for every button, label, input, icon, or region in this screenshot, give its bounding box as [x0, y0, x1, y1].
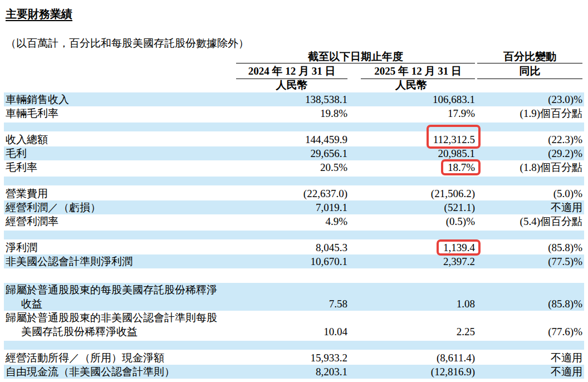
- header-spacer: [6, 50, 236, 63]
- table-body: 車輛銷售收入138,538.1106,683.1(23.0)%車輛毛利率19.8…: [0, 92, 588, 379]
- cell-value-yoy: (85.8)%: [477, 241, 582, 254]
- cell-text: (0.5)%: [446, 216, 475, 227]
- table-row: 經營利潤率4.9%(0.5)%(5.4)個百分點: [4, 214, 584, 228]
- cell-value-yoy: 不適用: [477, 200, 582, 214]
- cell-value-2025: 2.25: [347, 325, 475, 339]
- cell-value-2025: (8,611.4): [347, 351, 475, 365]
- table-row: 收入總額144,459.9112,312.5(22.3)%: [4, 133, 584, 146]
- header-col-yoy: 同比: [477, 63, 582, 79]
- cell-text: 20.5%: [320, 161, 347, 173]
- spacer-row: [4, 174, 584, 187]
- header-col-2024: 2024 年 12 月 31 日: [236, 63, 347, 79]
- cell-value-yoy: (5.0)%: [477, 187, 582, 200]
- cell-text: 19.8%: [320, 107, 347, 119]
- header-change-group: 百分比變動: [477, 50, 582, 63]
- header-group-row: 截至以下日期止年度 百分比變動: [4, 50, 584, 63]
- cell-text: 8,045.3: [316, 242, 347, 253]
- cell-value-yoy: (23.0)%: [477, 92, 582, 106]
- cell-value-2024: 15,933.2: [236, 351, 347, 365]
- cell-text: 7,019.1: [316, 202, 347, 213]
- spacer-row: [4, 120, 584, 133]
- cell-text: 17.9%: [448, 107, 475, 119]
- spacer-row: [4, 268, 584, 283]
- row-label: 車輛毛利率: [6, 106, 236, 120]
- header-period-group: 截至以下日期止年度: [236, 50, 475, 63]
- cell-value-yoy: (77.6)%: [477, 325, 582, 339]
- cell-value-yoy: (22.3)%: [477, 133, 582, 146]
- table-row: 非美國公認會計準則淨利潤10,670.12,397.2(77.5)%: [4, 254, 584, 268]
- cell-text: 144,459.9: [305, 134, 347, 145]
- row-label: 非美國公認會計準則淨利潤: [6, 254, 236, 268]
- cell-value-2024: 4.9%: [236, 214, 347, 228]
- red-highlight-box: 18.7%: [448, 160, 475, 174]
- cell-text: 138,538.1: [305, 94, 347, 105]
- cell-value-2025: 1.08: [347, 297, 475, 311]
- cell-value-2024: 8,203.1: [236, 365, 347, 379]
- cell-text: 15,933.2: [311, 352, 348, 364]
- cell-text: 8,203.1: [316, 366, 347, 378]
- table-row: 經營活動所得／（所用）現金淨額15,933.2(8,611.4)不適用: [4, 351, 584, 365]
- cell-value-2024: 10.04: [236, 325, 347, 339]
- cell-text: 不適用: [551, 202, 582, 213]
- cell-value-2024: 10,670.1: [236, 254, 347, 268]
- cell-value-2025: 20,985.1: [347, 146, 475, 160]
- header-currency-row: 人民幣 人民幣: [4, 79, 584, 92]
- header-col-2025: 2025 年 12 月 31 日: [361, 63, 475, 79]
- table-row: 營業費用(22,637.0)(21,506.2)(5.0)%: [4, 187, 584, 200]
- header-col-2025-wrap: 2025 年 12 月 31 日: [347, 63, 475, 79]
- cell-text: 10.04: [324, 326, 347, 337]
- financial-results-page: 主要財務業績 （以百萬計，百分比和每股美國存託股份數據除外） 截至以下日期止年度…: [0, 0, 588, 382]
- cell-value-2024: 20.5%: [236, 160, 347, 174]
- cell-value-2025: 112,312.5: [347, 133, 475, 146]
- cell-value-yoy: (29.2)%: [477, 146, 582, 160]
- cell-value-2024: 19.8%: [236, 106, 347, 120]
- table-row: 淨利潤8,045.31,139.4(85.8)%: [4, 241, 584, 254]
- cell-value-2024: 29,656.1: [236, 146, 347, 160]
- cell-value-yoy: 不適用: [477, 365, 582, 379]
- row-label: 經營活動所得／（所用）現金淨額: [6, 351, 236, 365]
- row-label: 毛利率: [6, 160, 236, 174]
- row-label: 經營利潤／（虧損）: [6, 200, 236, 214]
- cell-value-2025: (21,506.2): [347, 187, 475, 200]
- cell-value-2025: (0.5)%: [347, 214, 475, 228]
- cell-text: 不適用: [551, 352, 582, 364]
- row-label: 經營利潤率: [6, 214, 236, 228]
- cell-text: 106,683.1: [433, 94, 475, 105]
- cell-value-2024: 8,045.3: [236, 241, 347, 254]
- cell-text: (8,611.4): [437, 352, 475, 364]
- row-label: 車輛銷售收入: [6, 92, 236, 106]
- row-label: 毛利: [6, 146, 236, 160]
- spacer-row: [4, 339, 584, 351]
- cell-text: (1.9)個百分點: [520, 107, 582, 119]
- table-row: 車輛銷售收入138,538.1106,683.1(23.0)%: [4, 92, 584, 106]
- spacer-row: [4, 228, 584, 241]
- cell-value-2024: 7,019.1: [236, 200, 347, 214]
- table-row: 毛利29,656.120,985.1(29.2)%: [4, 146, 584, 160]
- cell-text: (22.3)%: [548, 134, 582, 145]
- cell-value-yoy: (85.8)%: [477, 297, 582, 311]
- table-row: 經營利潤／（虧損）7,019.1(521.1)不適用: [4, 200, 584, 214]
- cell-text: 20,985.1: [438, 148, 476, 159]
- page-title: 主要財務業績: [6, 7, 588, 21]
- cell-text: (23.0)%: [548, 94, 582, 105]
- cell-text: 29,656.1: [311, 148, 348, 159]
- cell-text: (12,816.9): [431, 366, 475, 378]
- header-currency-2025: 人民幣: [347, 79, 475, 92]
- row-label: 淨利潤: [6, 241, 236, 254]
- cell-value-2025: 106,683.1: [347, 92, 475, 106]
- cell-text: (77.5)%: [548, 256, 582, 267]
- cell-value-yoy: (5.4)個百分點: [477, 214, 582, 228]
- table-row: 毛利率20.5%18.7%(1.8)個百分點: [4, 160, 584, 174]
- cell-text: (21,506.2): [431, 188, 475, 199]
- header-spacer: [6, 63, 236, 79]
- row-label: 歸屬於普通股股東的每股美國存託股份稀釋淨收益: [6, 283, 236, 311]
- cell-text: 不適用: [551, 366, 582, 378]
- header-date-row: 2024 年 12 月 31 日 2025 年 12 月 31 日 同比: [4, 63, 584, 79]
- cell-value-2024: 7.58: [236, 297, 347, 311]
- cell-text: (22,637.0): [303, 188, 347, 199]
- cell-text: (521.1): [444, 202, 475, 213]
- row-label: 收入總額: [6, 133, 236, 146]
- cell-value-2024: (22,637.0): [236, 187, 347, 200]
- cell-text: (77.6)%: [548, 326, 582, 337]
- cell-value-2025: (521.1): [347, 200, 475, 214]
